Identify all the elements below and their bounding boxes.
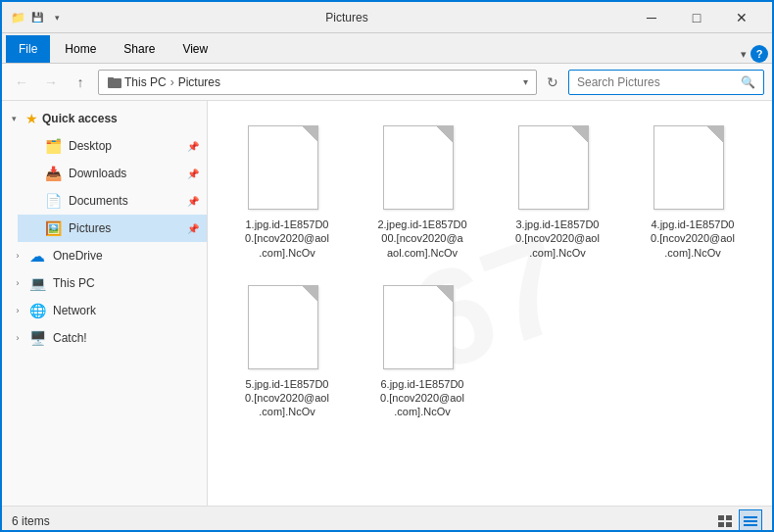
path-dropdown-arrow[interactable]: ▾ xyxy=(523,76,528,87)
file-item[interactable]: 5.jpg.id-1E857D00.[ncov2020@aol.com].NcO… xyxy=(223,276,351,428)
svg-rect-7 xyxy=(744,520,757,522)
file-icon xyxy=(383,285,461,373)
ribbon-tabs: File Home Share View ▾ ? xyxy=(2,33,772,63)
downloads-icon: 📥 xyxy=(43,164,63,183)
file-name: 6.jpg.id-1E857D00.[ncov2020@aol.com].NcO… xyxy=(380,377,464,419)
pin-icon-documents: 📌 xyxy=(187,196,199,207)
sidebar-item-pictures[interactable]: 🖼️ Pictures 📌 xyxy=(18,215,207,242)
file-item[interactable]: 4.jpg.id-1E857D00.[ncov2020@aol.com].NcO… xyxy=(629,117,756,268)
sidebar-item-quick-access[interactable]: ▾ ★ Quick access xyxy=(2,105,207,132)
folder-icon: 📁 xyxy=(10,10,25,25)
pictures-label: Pictures xyxy=(69,221,183,235)
tab-view[interactable]: View xyxy=(169,35,220,63)
file-name: 3.jpg.id-1E857D00.[ncov2020@aol.com].NcO… xyxy=(515,218,600,260)
desktop-label: Desktop xyxy=(69,139,183,153)
save-icon: 💾 xyxy=(29,10,45,25)
sidebar-item-downloads[interactable]: 📥 Downloads 📌 xyxy=(18,160,207,187)
documents-icon: 📄 xyxy=(43,191,63,211)
file-page xyxy=(518,125,589,210)
catch-label: Catch! xyxy=(53,331,199,345)
sidebar-item-this-pc[interactable]: › 💻 This PC xyxy=(2,269,207,297)
quick-access-children: 🗂️ Desktop 📌 📥 Downloads 📌 📄 Documents 📌… xyxy=(2,132,207,242)
quick-access-label: Quick access xyxy=(42,112,118,125)
file-icon xyxy=(383,125,461,214)
maximize-button[interactable]: □ xyxy=(674,2,719,33)
file-grid: 1.jpg.id-1E857D00.[ncov2020@aol.com].NcO… xyxy=(208,101,772,444)
network-label: Network xyxy=(53,304,199,317)
tab-home[interactable]: Home xyxy=(52,35,109,63)
catch-icon: 🖥️ xyxy=(27,328,47,348)
search-icon: 🔍 xyxy=(741,75,755,89)
back-button[interactable]: ← xyxy=(10,71,33,94)
file-item[interactable]: 2.jpeg.id-1E857D000.[ncov2020@aaol.com].… xyxy=(359,117,486,268)
title-bar: 📁 💾 ▾ Pictures ─ □ ✕ xyxy=(2,2,772,33)
file-name: 5.jpg.id-1E857D00.[ncov2020@aol.com].NcO… xyxy=(245,377,329,419)
window-controls: ─ □ ✕ xyxy=(629,2,764,33)
svg-rect-1 xyxy=(108,77,114,79)
grid-view-button[interactable] xyxy=(739,509,762,533)
address-bar: ← → ↑ This PC › Pictures ▾ ↻ 🔍 xyxy=(2,64,772,101)
file-icon xyxy=(248,285,326,373)
sidebar-item-network[interactable]: › 🌐 Network xyxy=(2,297,207,324)
desktop-icon: 🗂️ xyxy=(43,136,63,156)
file-name: 4.jpg.id-1E857D00.[ncov2020@aol.com].NcO… xyxy=(651,218,735,260)
downloads-label: Downloads xyxy=(69,167,183,180)
status-bar: 6 items xyxy=(2,506,772,532)
tab-file[interactable]: File xyxy=(6,35,50,63)
close-button[interactable]: ✕ xyxy=(719,2,764,33)
file-name: 2.jpeg.id-1E857D000.[ncov2020@aaol.com].… xyxy=(377,218,466,260)
file-item[interactable]: 1.jpg.id-1E857D00.[ncov2020@aol.com].NcO… xyxy=(223,117,351,268)
qat-dropdown[interactable]: ▾ xyxy=(49,10,65,25)
view-buttons xyxy=(713,509,762,533)
file-page xyxy=(248,125,318,210)
forward-button[interactable]: → xyxy=(39,71,63,94)
file-icon xyxy=(518,125,597,214)
item-count: 6 items xyxy=(12,514,50,528)
help-button[interactable]: ? xyxy=(750,45,768,63)
file-page xyxy=(653,125,724,210)
sidebar: ▾ ★ Quick access 🗂️ Desktop 📌 📥 Download… xyxy=(2,101,208,506)
file-area: 67 1.jpg.id-1E857D00.[ncov2020@aol.com].… xyxy=(208,101,772,506)
address-path[interactable]: This PC › Pictures ▾ xyxy=(98,70,537,95)
list-view-button[interactable] xyxy=(713,509,737,533)
sidebar-item-documents[interactable]: 📄 Documents 📌 xyxy=(18,187,207,215)
path-sep: › xyxy=(170,75,174,89)
sidebar-item-onedrive[interactable]: › ☁ OneDrive xyxy=(2,242,207,269)
svg-rect-0 xyxy=(108,78,121,88)
refresh-button[interactable]: ↻ xyxy=(543,73,562,92)
quick-access-star-icon: ★ xyxy=(25,111,38,126)
file-page xyxy=(248,285,318,369)
pin-icon-desktop: 📌 xyxy=(187,141,199,152)
network-icon: 🌐 xyxy=(27,301,47,320)
pin-icon-pictures: 📌 xyxy=(187,223,199,234)
file-item[interactable]: 3.jpg.id-1E857D00.[ncov2020@aol.com].NcO… xyxy=(494,117,621,268)
search-box[interactable]: 🔍 xyxy=(568,70,764,95)
svg-rect-2 xyxy=(718,515,724,520)
documents-label: Documents xyxy=(69,194,183,208)
svg-rect-3 xyxy=(726,515,732,520)
onedrive-icon: ☁ xyxy=(27,246,47,266)
path-this-pc: This PC xyxy=(124,75,167,89)
svg-rect-6 xyxy=(744,516,757,518)
sidebar-item-desktop[interactable]: 🗂️ Desktop 📌 xyxy=(18,132,207,160)
path-part-1 xyxy=(107,74,124,90)
file-item[interactable]: 6.jpg.id-1E857D00.[ncov2020@aol.com].NcO… xyxy=(359,276,486,428)
up-button[interactable]: ↑ xyxy=(69,71,92,94)
file-icon xyxy=(653,125,732,214)
svg-rect-4 xyxy=(718,522,724,527)
quick-access-arrow: ▾ xyxy=(6,114,22,123)
window-title: Pictures xyxy=(65,11,629,24)
ribbon-collapse[interactable]: ▾ xyxy=(741,48,747,61)
ribbon: File Home Share View ▾ ? xyxy=(2,33,772,64)
this-pc-label: This PC xyxy=(53,276,199,290)
pin-icon-downloads: 📌 xyxy=(187,169,199,179)
pictures-icon: 🖼️ xyxy=(43,218,63,238)
file-name: 1.jpg.id-1E857D00.[ncov2020@aol.com].NcO… xyxy=(245,218,329,260)
path-pictures: Pictures xyxy=(178,75,220,89)
file-page xyxy=(383,125,454,210)
minimize-button[interactable]: ─ xyxy=(629,2,674,33)
sidebar-item-catch[interactable]: › 🖥️ Catch! xyxy=(2,324,207,352)
tab-share[interactable]: Share xyxy=(111,35,168,63)
svg-rect-5 xyxy=(726,522,732,527)
search-input[interactable] xyxy=(577,75,741,89)
